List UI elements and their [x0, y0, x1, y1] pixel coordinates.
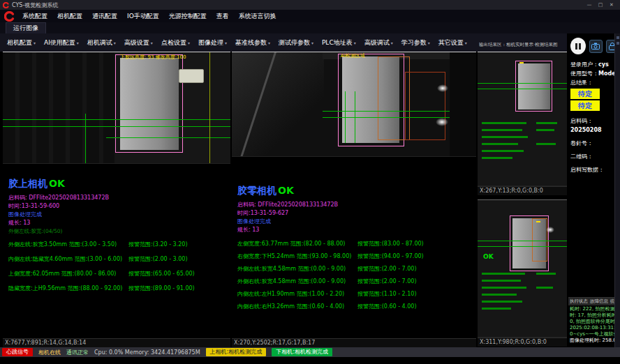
- maximize-button[interactable]: □: [595, 2, 606, 8]
- toolbar-menu-item[interactable]: AI使用配置▾: [40, 38, 83, 47]
- measurement-row: 左侧宽度:63.77mm 范围:(82.00 - 88.00) 报警范围:(83…: [237, 240, 476, 248]
- measurement-row: 内侧右线:右H3.26mm 范围:(0.60 - 4.00) 报警范围:(0.6…: [237, 303, 476, 310]
- dropdown-caret-icon: ▾: [465, 40, 467, 45]
- baseline-line: [106, 137, 230, 138]
- toolbar-menu-item[interactable]: 学习参数▾: [397, 38, 434, 47]
- right-sidebar: 登录用户：cys 使用型号：Mode11 总结果： 待定 待定 启料码： 202…: [568, 33, 620, 347]
- lower-camera-image[interactable]: AI检测区域: [232, 52, 476, 157]
- result-status: OK: [49, 178, 65, 189]
- title-bar: CYS-视觉检测系统 — □ ✕: [0, 0, 620, 10]
- camera-view-button[interactable]: [589, 40, 603, 53]
- menu-item[interactable]: IO手动配置: [122, 10, 164, 22]
- alarm-range-text: 报警范围:(83.00 - 87.00): [357, 240, 424, 248]
- brand-logo-icon: [4, 11, 15, 22]
- toolbar-items: 相机配置▾ AI使用配置▾ 相机调试▾ 高级设置▾ 点检设置▾: [3, 38, 471, 47]
- cursor-coordinate-readout: X:7677,Y:891;R:14,G:14,B:14: [3, 338, 230, 347]
- camera-name: 胶上相机: [8, 178, 47, 189]
- overlay-text-line: [482, 287, 526, 289]
- stats-tab[interactable]: 故障信息: [590, 298, 608, 305]
- login-user-label: 登录用户：: [570, 61, 598, 68]
- overlay-text-line: [482, 150, 524, 152]
- ai-region-label: AI检测区域: [341, 52, 365, 59]
- toolbar-menu-item[interactable]: 点检设置▾: [157, 38, 194, 47]
- menu-item[interactable]: 系统语言切换: [234, 10, 281, 22]
- alarm-range-text: 报警范围:(0.60 - 4.00): [357, 303, 417, 310]
- cpu-memory-readout: Cpu: 0.0% Memory: 3424.41796875M: [94, 349, 200, 356]
- thumbnail-image-1[interactable]: [478, 52, 567, 186]
- menu-item[interactable]: 相机配置: [52, 10, 87, 22]
- alarm-range-text: 报警范围:(94.00 - 97.00): [357, 252, 424, 260]
- stats-body: 耗时: 222, 拍照检测耗时: 17, 拍照分析耗时:0, 拍照图软件分尾时间…: [568, 305, 620, 344]
- roi-outline: [515, 61, 552, 112]
- strip-dot-icon: [617, 42, 619, 45]
- batch-code-field: 启料码：: [570, 116, 619, 126]
- toolbar-menu-label: 点检设置: [161, 39, 186, 46]
- overlay-text-line: [482, 136, 528, 138]
- menu-bar: 系统配置相机配置通讯配置IO手动配置光源控制配置查看系统语言切换: [0, 10, 620, 22]
- overlay-text-line: [482, 280, 521, 282]
- toolbar-menu-item[interactable]: 测试停参数▾: [274, 38, 318, 47]
- menu-item[interactable]: 查看: [212, 10, 234, 22]
- upper-camera-image[interactable]: 下胶区高度: 93 修改高度:100: [3, 52, 230, 164]
- measurement-text: 外侧左线:胶宽4.58mm 范围:(0.00 - 9.00): [237, 265, 357, 273]
- length-line: 规长: 13: [8, 219, 230, 227]
- menu-item[interactable]: 系统配置: [17, 10, 52, 22]
- alarm-range-text: 报警范围:(2.00 - 7.00): [357, 265, 417, 273]
- camera-name: 胶零相机: [237, 185, 276, 196]
- menu-item[interactable]: 光源控制配置: [164, 10, 212, 22]
- overlay-text-line: [536, 273, 556, 275]
- overlay-text-line: [536, 287, 553, 289]
- qr-code-label: 二维码：: [570, 152, 619, 161]
- thumbnail-image-2[interactable]: OK: [478, 200, 567, 338]
- measurement-row: 内侧左线:隐藏宽4.60mm 范围:(3.00 - 6.00) 报警范围:(2.…: [8, 255, 230, 263]
- side-strip-handle[interactable]: [614, 33, 620, 347]
- reflection-highlight: [437, 84, 448, 92]
- toolbar-menu-label: 其它设置: [438, 39, 464, 46]
- measurement-text: 内侧左线:隐藏宽4.60mm 范围:(3.00 - 6.00): [8, 255, 128, 263]
- app-window: CYS-视觉检测系统 — □ ✕ 系统配置相机配置通讯配置IO手动配置光源控制配…: [0, 0, 620, 364]
- login-user-field: 登录用户：cys: [570, 60, 619, 69]
- measurement-row: 外侧右线:胶宽4.58mm 范围:(0.00 - 9.00) 报警范围:(2.0…: [237, 278, 476, 285]
- overlay-text-line: [482, 143, 518, 145]
- toolbar-menu-item[interactable]: 相机配置▾: [3, 38, 40, 47]
- dropdown-caret-icon: ▾: [268, 40, 270, 45]
- measurement-row: 外侧左线:胶宽3.50mm 范围:(3.00 - 3.50) 报警范围:(3.2…: [8, 241, 230, 248]
- toolbar-menu-item[interactable]: 其它设置▾: [434, 38, 471, 47]
- batch-code-label: 启料码：: [570, 118, 593, 124]
- stats-line: 2025:02:08-13:31:59:65: [570, 325, 619, 331]
- strip-dot-icon: [617, 36, 619, 39]
- ai-detect-box-2: [405, 72, 445, 140]
- toolbar-menu-item[interactable]: PLC地址表▾: [318, 38, 360, 47]
- lower-camera-status-badge: 下相机:相机检测完成: [272, 348, 332, 356]
- toolbar-menu-item[interactable]: 高级调试▾: [360, 38, 397, 47]
- overlay-text-line: [536, 122, 557, 124]
- measurement-row: 隐藏宽度:上H9.56mm 范围:(88.00 - 92.00) 报警范围:(8…: [8, 285, 230, 292]
- process-done-line: 图像处理完成: [8, 211, 230, 219]
- measurement-text: 内侧右线:右H3.26mm 范围:(0.60 - 4.00): [237, 303, 357, 310]
- toolbar-menu-item[interactable]: 相机调试▾: [83, 38, 120, 47]
- overlay-text-line: [536, 129, 554, 131]
- dropdown-caret-icon: ▾: [77, 40, 79, 45]
- pause-icon: [579, 43, 581, 50]
- pause-button[interactable]: [570, 38, 586, 54]
- close-button[interactable]: ✕: [606, 2, 617, 8]
- baseline-line: [478, 241, 567, 241]
- stats-tab[interactable]: 执行状态: [570, 298, 588, 305]
- stats-panel: 执行状态故障信息统计信息 耗时: 222, 拍照检测耗时: 17, 拍照分析耗时…: [568, 297, 620, 347]
- tab-run-image[interactable]: 运行图像: [6, 22, 46, 33]
- measurement-text: 右侧宽度:下H5.24mm 范围:(93.00 - 98.00): [237, 252, 357, 260]
- dropdown-caret-icon: ▾: [188, 40, 190, 45]
- alarm-range-text: 报警范围:(3.20 - 3.20): [128, 241, 188, 248]
- stats-tabs: 执行状态故障信息统计信息: [568, 298, 620, 305]
- stats-line: 0~cys~一号上视软件一: [570, 331, 619, 338]
- menu-item[interactable]: 通讯配置: [87, 10, 122, 22]
- overlay-text-line: [536, 143, 556, 145]
- reflection-highlight: [436, 118, 448, 126]
- camera-icon: [591, 43, 600, 50]
- toolbar-menu-item[interactable]: 基准线参数▾: [231, 38, 274, 47]
- toolbar-menu-item[interactable]: 图像处理▾: [194, 38, 231, 47]
- toolbar-menu-item[interactable]: 高级设置▾: [120, 38, 157, 47]
- measurement-text: 外侧左线:胶宽3.50mm 范围:(3.00 - 3.50): [8, 241, 128, 248]
- measurement-text: 隐藏宽度:上H9.56mm 范围:(88.00 - 92.00): [8, 285, 128, 292]
- minimize-button[interactable]: —: [584, 2, 595, 8]
